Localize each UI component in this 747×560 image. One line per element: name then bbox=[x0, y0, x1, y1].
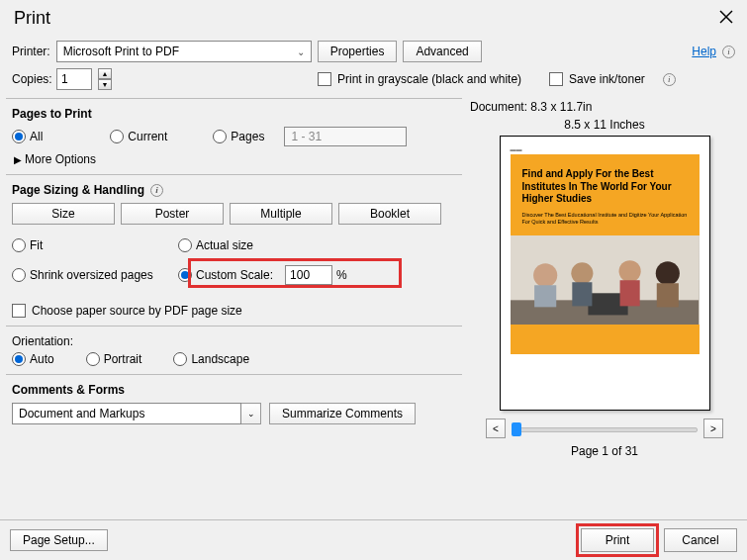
printer-select[interactable]: Microsoft Print to PDF ⌄ bbox=[56, 41, 312, 62]
dialog-title: Print bbox=[14, 8, 50, 29]
radio-all[interactable] bbox=[12, 130, 26, 143]
saveink-label: Save ink/toner bbox=[569, 72, 645, 86]
summarize-button[interactable]: Summarize Comments bbox=[269, 403, 416, 424]
preview-hero-title: Find and Apply For the Best Institutes I… bbox=[522, 168, 688, 206]
copies-spinner[interactable]: ▲▼ bbox=[98, 68, 112, 90]
sizing-title: Page Sizing & Handling bbox=[12, 183, 144, 197]
page-slider[interactable] bbox=[512, 421, 698, 435]
grayscale-label: Print in grayscale (black and white) bbox=[337, 72, 521, 86]
comments-title: Comments & Forms bbox=[12, 383, 456, 397]
page-setup-button[interactable]: Page Setup... bbox=[10, 529, 108, 551]
triangle-right-icon: ▶ bbox=[14, 154, 22, 165]
grayscale-checkbox[interactable] bbox=[318, 72, 331, 86]
booklet-button[interactable]: Booklet bbox=[338, 203, 441, 225]
svg-rect-12 bbox=[656, 283, 678, 307]
print-button[interactable]: Print bbox=[581, 528, 654, 552]
chevron-down-icon[interactable]: ⌄ bbox=[241, 403, 261, 424]
info-icon[interactable]: i bbox=[722, 46, 735, 58]
info-icon[interactable]: i bbox=[663, 73, 676, 86]
radio-pages[interactable] bbox=[213, 130, 227, 143]
slider-thumb[interactable] bbox=[512, 422, 521, 436]
next-page-button[interactable]: > bbox=[703, 419, 723, 438]
printer-value: Microsoft Print to PDF bbox=[63, 45, 179, 58]
svg-rect-10 bbox=[619, 280, 639, 306]
more-options[interactable]: ▶ More Options bbox=[12, 146, 456, 166]
chevron-down-icon: ⌄ bbox=[297, 47, 305, 57]
document-size: Document: 8.3 x 11.7in bbox=[470, 100, 592, 114]
svg-rect-8 bbox=[572, 282, 592, 306]
poster-button[interactable]: Poster bbox=[121, 203, 224, 225]
radio-portrait[interactable] bbox=[86, 352, 100, 366]
radio-actual[interactable] bbox=[178, 238, 192, 252]
radio-current[interactable] bbox=[110, 130, 124, 143]
svg-point-7 bbox=[571, 262, 593, 284]
choose-paper-checkbox[interactable] bbox=[12, 304, 26, 318]
printer-label: Printer: bbox=[12, 45, 50, 58]
size-button[interactable]: Size bbox=[12, 203, 115, 225]
multiple-button[interactable]: Multiple bbox=[230, 203, 332, 225]
highlight-custom-scale bbox=[188, 258, 402, 288]
copies-input[interactable]: 1 bbox=[56, 68, 92, 90]
radio-auto[interactable] bbox=[12, 352, 26, 366]
page-preview: ▬▬ Find and Apply For the Best Institute… bbox=[500, 136, 710, 411]
svg-point-9 bbox=[618, 260, 640, 282]
preview-hero-sub: Discover The Best Educational Institute … bbox=[522, 212, 688, 226]
svg-rect-6 bbox=[534, 285, 556, 307]
close-icon[interactable] bbox=[719, 10, 733, 27]
comments-select[interactable]: Document and Markups bbox=[12, 403, 241, 424]
paper-size: 8.5 x 11 Inches bbox=[564, 118, 644, 132]
radio-shrink[interactable] bbox=[12, 268, 26, 282]
cancel-button[interactable]: Cancel bbox=[664, 528, 737, 552]
copies-label: Copies: bbox=[12, 72, 50, 86]
pages-to-print-title: Pages to Print bbox=[12, 107, 456, 121]
prev-page-button[interactable]: < bbox=[486, 419, 506, 438]
info-icon[interactable]: i bbox=[150, 184, 163, 197]
pages-range-input[interactable]: 1 - 31 bbox=[284, 127, 407, 146]
orientation-title: Orientation: bbox=[12, 334, 456, 348]
svg-point-11 bbox=[655, 261, 679, 285]
radio-fit[interactable] bbox=[12, 238, 26, 252]
radio-landscape[interactable] bbox=[173, 352, 187, 366]
saveink-checkbox[interactable] bbox=[549, 72, 563, 86]
properties-button[interactable]: Properties bbox=[318, 41, 398, 62]
page-indicator: Page 1 of 31 bbox=[571, 444, 638, 458]
svg-point-5 bbox=[533, 263, 557, 287]
advanced-button[interactable]: Advanced bbox=[403, 41, 481, 62]
help-link[interactable]: Help bbox=[692, 45, 716, 58]
